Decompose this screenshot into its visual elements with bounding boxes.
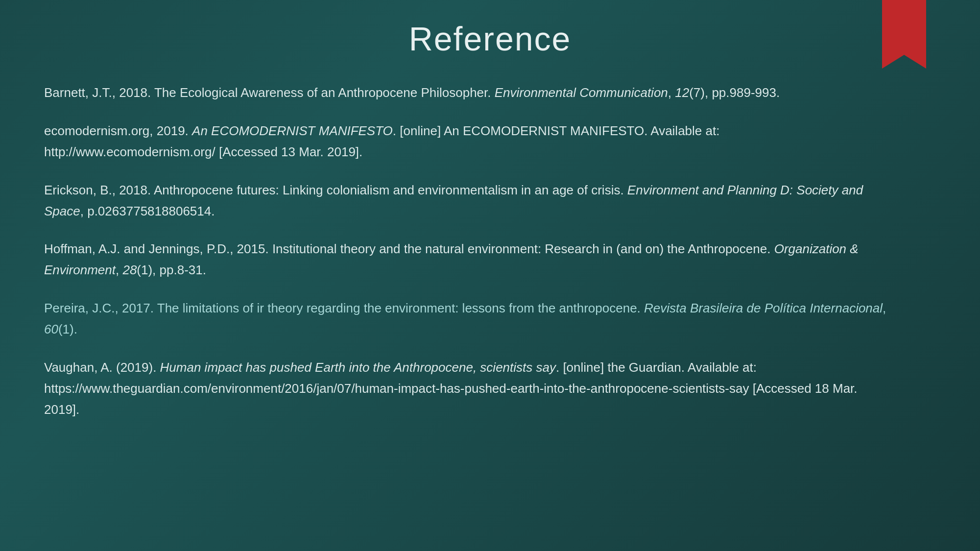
reference-entry: Pereira, J.C., 2017. The limitations of … (44, 298, 886, 340)
ref-text: Vaughan, A. (2019). Human impact has pus… (44, 360, 858, 417)
ref-text: Barnett, J.T., 2018. The Ecological Awar… (44, 85, 780, 100)
ref-text: Pereira, J.C., 2017. The limitations of … (44, 301, 886, 336)
reference-entry: Barnett, J.T., 2018. The Ecological Awar… (44, 82, 886, 103)
reference-entry: Vaughan, A. (2019). Human impact has pus… (44, 357, 886, 420)
reference-entry: Erickson, B., 2018. Anthropocene futures… (44, 180, 886, 222)
reference-entry: ecomodernism.org, 2019. An ECOMODERNIST … (44, 120, 886, 163)
ref-text: ecomodernism.org, 2019. An ECOMODERNIST … (44, 123, 719, 159)
references-content: Barnett, J.T., 2018. The Ecological Awar… (0, 82, 931, 420)
reference-entry: Hoffman, A.J. and Jennings, P.D., 2015. … (44, 239, 886, 281)
ref-text: Erickson, B., 2018. Anthropocene futures… (44, 183, 863, 218)
page-title: Reference (0, 0, 980, 82)
ref-text: Hoffman, A.J. and Jennings, P.D., 2015. … (44, 241, 859, 277)
